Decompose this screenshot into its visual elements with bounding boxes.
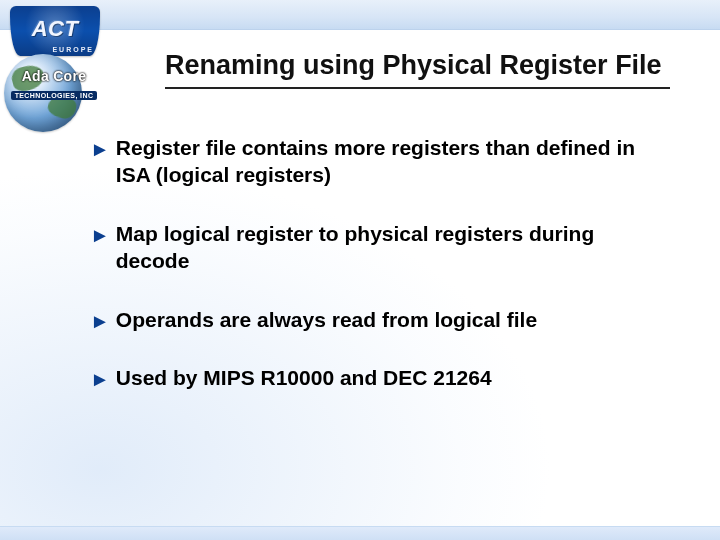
ada-core-sub: TECHNOLOGIES, INC	[11, 91, 98, 100]
bullet-arrow-icon: ►	[90, 222, 110, 248]
bullet-text: Register file contains more registers th…	[116, 135, 660, 189]
bullet-arrow-icon: ►	[90, 308, 110, 334]
bullet-list: ► Register file contains more registers …	[90, 135, 660, 424]
slide: ACT EUROPE Ada Core TECHNOLOGIES, INC Re…	[0, 0, 720, 540]
act-logo-sub: EUROPE	[52, 46, 94, 53]
ada-core-title: Ada Core	[8, 68, 100, 84]
act-logo: ACT EUROPE	[10, 6, 100, 56]
ada-core-logo: Ada Core TECHNOLOGIES, INC	[8, 68, 100, 102]
logo-area: ACT EUROPE Ada Core TECHNOLOGIES, INC	[10, 6, 120, 116]
list-item: ► Operands are always read from logical …	[90, 307, 660, 334]
list-item: ► Register file contains more registers …	[90, 135, 660, 189]
list-item: ► Map logical register to physical regis…	[90, 221, 660, 275]
bullet-text: Map logical register to physical registe…	[116, 221, 660, 275]
bullet-arrow-icon: ►	[90, 136, 110, 162]
act-logo-text: ACT	[10, 16, 100, 42]
footer-band	[0, 526, 720, 540]
list-item: ► Used by MIPS R10000 and DEC 21264	[90, 365, 660, 392]
bullet-text: Used by MIPS R10000 and DEC 21264	[116, 365, 492, 392]
bullet-arrow-icon: ►	[90, 366, 110, 392]
slide-title: Renaming using Physical Register File	[165, 50, 670, 89]
bullet-text: Operands are always read from logical fi…	[116, 307, 537, 334]
